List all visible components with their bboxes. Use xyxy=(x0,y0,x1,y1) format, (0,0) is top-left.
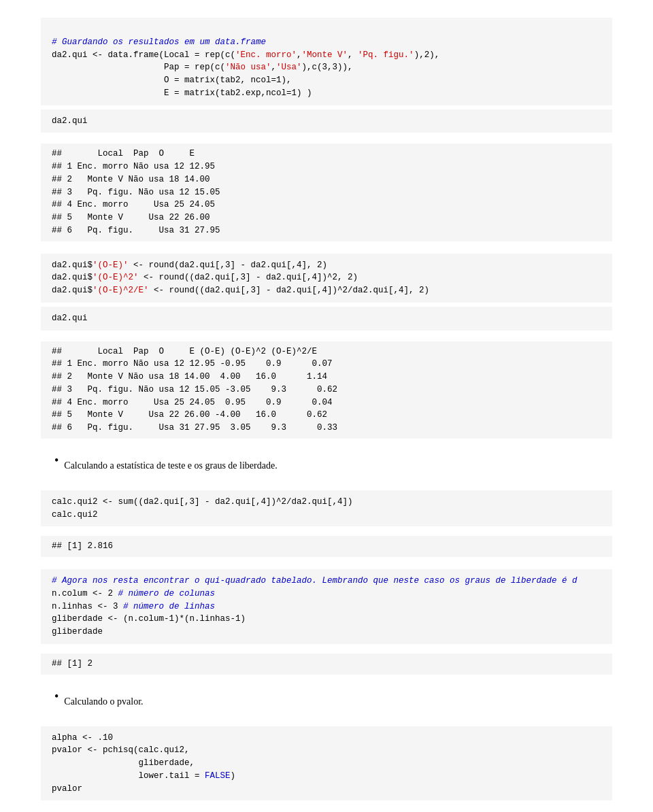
comment-guardando: # Guardando os resultados em um data.fra… xyxy=(52,37,266,47)
comment-agora: # Agora nos resta encontrar o qui-quadra… xyxy=(52,576,577,586)
code-da2-qui-label2: da2.qui xyxy=(41,307,612,331)
code-da2-qui-label: da2.qui xyxy=(41,109,612,133)
output-calc: ## [1] 2.816 xyxy=(41,536,612,557)
code-block-comment2: # Agora nos resta encontrar o qui-quadra… xyxy=(41,569,612,644)
code-block-calc: calc.qui2 <- sum((da2.qui[,3] - da2.qui[… xyxy=(41,490,612,527)
output-gliberdade: ## [1] 2 xyxy=(41,654,612,675)
code-block-alpha: alpha <- .10 pvalor <- pchisq(calc.qui2,… xyxy=(41,726,612,801)
bullet-item-2: • Calculando o pvalor. xyxy=(54,690,612,714)
bullet-dot-2: • xyxy=(54,690,58,705)
bullet-text-1: Calculando a estatística de teste e os g… xyxy=(64,460,277,471)
bullet-dot-1: • xyxy=(54,454,58,469)
code-block-1: # Guardando os resultados em um data.fra… xyxy=(41,18,612,105)
bullet-item-1: • Calculando a estatística de teste e os… xyxy=(54,454,612,478)
bullet-text-2: Calculando o pvalor. xyxy=(64,696,143,707)
output-table-1: ## Local Pap O E ## 1 Enc. morro Não usa… xyxy=(41,143,612,241)
comment-nlinhas: # número de linhas xyxy=(123,602,215,611)
output-table-2: ## Local Pap O E (O-E) (O-E)^2 (O-E)^2/E… xyxy=(41,341,612,439)
code-block-residuals: da2.qui$'(O-E)' <- round(da2.qui[,3] - d… xyxy=(41,254,612,303)
comment-ncolunas: # número de colunas xyxy=(118,589,216,598)
